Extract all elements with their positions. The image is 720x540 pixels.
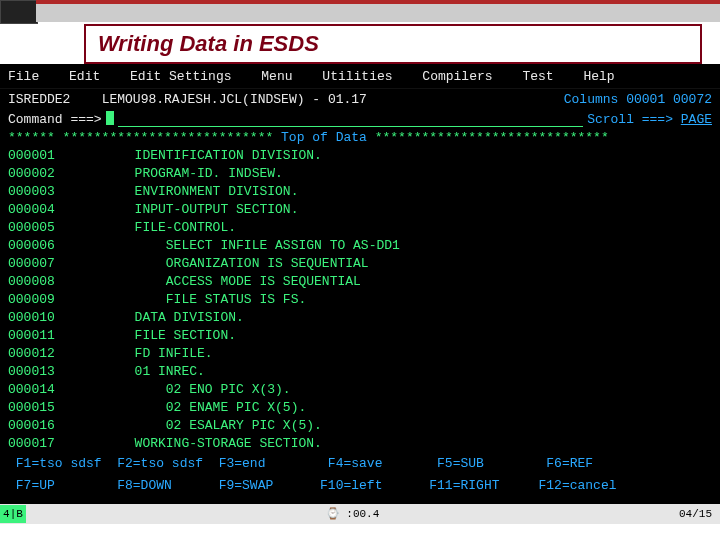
menu-utilities[interactable]: Utilities [322, 69, 392, 84]
code-line[interactable]: 000001 IDENTIFICATION DIVISION. [8, 147, 712, 165]
env-label: ISREDDE2 [8, 92, 70, 107]
code-line[interactable]: 000016 02 ESALARY PIC X(5). [8, 417, 712, 435]
cursor-pos: - 01.17 [312, 92, 367, 107]
code-line[interactable]: 000013 01 INREC. [8, 363, 712, 381]
code-line[interactable]: 000002 PROGRAM-ID. INDSEW. [8, 165, 712, 183]
code-text[interactable]: ACCESS MODE IS SEQUENTIAL [80, 273, 361, 291]
code-text[interactable]: ORGANIZATION IS SEQUENTIAL [80, 255, 369, 273]
code-text[interactable]: WORKING-STORAGE SECTION. [80, 435, 322, 453]
menu-file[interactable]: File [8, 69, 39, 84]
line-number: 000012 [8, 345, 80, 363]
line-number: 000017 [8, 435, 80, 453]
top-of-data-marker: ****** *************************** Top o… [0, 129, 720, 147]
code-line[interactable]: 000005 FILE-CONTROL. [8, 219, 712, 237]
code-line[interactable]: 000004 INPUT-OUTPUT SECTION. [8, 201, 712, 219]
line-number: 000011 [8, 327, 80, 345]
code-line[interactable]: 000009 FILE STATUS IS FS. [8, 291, 712, 309]
code-text[interactable]: ENVIRONMENT DIVISION. [80, 183, 298, 201]
code-text[interactable]: PROGRAM-ID. INDSEW. [80, 165, 283, 183]
code-text[interactable]: FILE SECTION. [80, 327, 236, 345]
code-text[interactable]: INPUT-OUTPUT SECTION. [80, 201, 298, 219]
command-line[interactable]: Command ===> Scroll ===> PAGE [0, 111, 720, 129]
command-input[interactable] [118, 111, 584, 127]
decor-gray-strip [36, 4, 720, 22]
line-number: 000014 [8, 381, 80, 399]
code-text[interactable]: FD INFILE. [80, 345, 213, 363]
code-line[interactable]: 000007 ORGANIZATION IS SEQUENTIAL [8, 255, 712, 273]
code-line[interactable]: 000014 02 ENO PIC X(3). [8, 381, 712, 399]
code-line[interactable]: 000017 WORKING-STORAGE SECTION. [8, 435, 712, 453]
line-number: 000003 [8, 183, 80, 201]
command-label: Command ===> [8, 111, 102, 129]
code-line[interactable]: 000006 SELECT INFILE ASSIGN TO AS-DD1 [8, 237, 712, 255]
code-line[interactable]: 000010 DATA DIVISION. [8, 309, 712, 327]
slide-title-bar: Writing Data in ESDS [84, 24, 702, 64]
corner-block-icon [0, 0, 38, 24]
line-number: 000006 [8, 237, 80, 255]
editor-header: ISREDDE2 LEMOU98.RAJESH.JCL(INDSEW) - 01… [0, 89, 720, 111]
menu-edit[interactable]: Edit [69, 69, 100, 84]
code-text[interactable]: DATA DIVISION. [80, 309, 244, 327]
line-number: 000010 [8, 309, 80, 327]
dataset-name: LEMOU98.RAJESH.JCL(INDSEW) [102, 92, 305, 107]
ispf-menu-bar[interactable]: File Edit Edit Settings Menu Utilities C… [0, 64, 720, 89]
line-number: 000005 [8, 219, 80, 237]
line-number: 000008 [8, 273, 80, 291]
code-text[interactable]: 01 INREC. [80, 363, 205, 381]
code-text[interactable]: SELECT INFILE ASSIGN TO AS-DD1 [80, 237, 400, 255]
menu-menu[interactable]: Menu [261, 69, 292, 84]
line-number: 000002 [8, 165, 80, 183]
status-left: 4|B [0, 505, 26, 523]
line-number: 000004 [8, 201, 80, 219]
line-number: 000001 [8, 147, 80, 165]
code-text[interactable]: 02 ESALARY PIC X(5). [80, 417, 322, 435]
code-text[interactable]: 02 ENAME PIC X(5). [80, 399, 306, 417]
code-text[interactable]: IDENTIFICATION DIVISION. [80, 147, 322, 165]
menu-help[interactable]: Help [583, 69, 614, 84]
cursor-icon [106, 111, 114, 125]
code-text[interactable]: FILE STATUS IS FS. [80, 291, 306, 309]
menu-edit-settings[interactable]: Edit Settings [130, 69, 231, 84]
code-line[interactable]: 000008 ACCESS MODE IS SEQUENTIAL [8, 273, 712, 291]
line-number: 000013 [8, 363, 80, 381]
code-line[interactable]: 000011 FILE SECTION. [8, 327, 712, 345]
status-right: 04/15 [679, 505, 720, 523]
scroll-label: Scroll ===> [587, 112, 673, 127]
line-number: 000016 [8, 417, 80, 435]
slide-title: Writing Data in ESDS [98, 31, 319, 57]
line-number: 000007 [8, 255, 80, 273]
menu-test[interactable]: Test [522, 69, 553, 84]
code-area[interactable]: 000001 IDENTIFICATION DIVISION.000002 PR… [0, 147, 720, 453]
code-text[interactable]: FILE-CONTROL. [80, 219, 236, 237]
scroll-value[interactable]: PAGE [681, 112, 712, 127]
fkey-row-2: F7=UP F8=DOWN F9=SWAP F10=left F11=RIGHT… [0, 475, 720, 497]
code-line[interactable]: 000003 ENVIRONMENT DIVISION. [8, 183, 712, 201]
fkey-row-1: F1=tso sdsf F2=tso sdsf F3=end F4=save F… [0, 453, 720, 475]
status-bar: 4|B ⌚ :00.4 04/15 [0, 504, 720, 524]
code-text[interactable]: 02 ENO PIC X(3). [80, 381, 291, 399]
terminal-panel: File Edit Edit Settings Menu Utilities C… [0, 64, 720, 524]
line-number: 000009 [8, 291, 80, 309]
line-number: 000015 [8, 399, 80, 417]
columns-indicator: Columns 00001 00072 [564, 91, 712, 109]
code-line[interactable]: 000015 02 ENAME PIC X(5). [8, 399, 712, 417]
code-line[interactable]: 000012 FD INFILE. [8, 345, 712, 363]
status-center: ⌚ :00.4 [26, 505, 679, 523]
menu-compilers[interactable]: Compilers [422, 69, 492, 84]
